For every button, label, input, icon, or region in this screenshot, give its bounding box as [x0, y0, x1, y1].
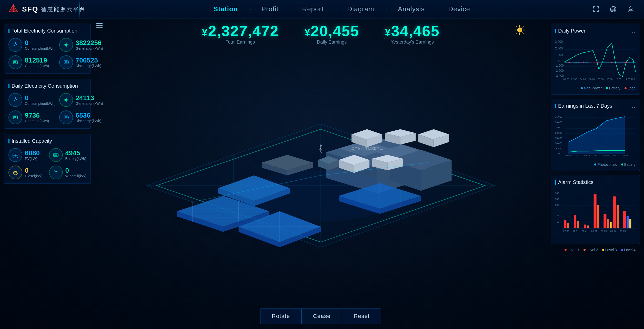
sun-icon[interactable] [513, 24, 526, 37]
svg-text:07-30: 07-30 [563, 230, 569, 232]
bottom-controls: Rotate Cease Reset [260, 309, 381, 324]
svg-text:07-30: 07-30 [566, 154, 572, 157]
reset-button[interactable]: Reset [342, 309, 381, 324]
cease-button[interactable]: Cease [301, 309, 342, 324]
total-charging-value: 812519 [25, 57, 49, 64]
svg-text:-2,000: -2,000 [555, 69, 564, 73]
daily-power-chart: Daily Power ⛶ 3,000 2,000 1,000 0 -1,000… [551, 24, 640, 95]
earnings-7days-expand[interactable]: ⛶ [631, 104, 636, 108]
diesel-stat: 0 Diesel(kW) [8, 166, 45, 179]
yesterday-earnings-value: 34,465 [385, 24, 440, 38]
nav-item-station[interactable]: Station [209, 3, 242, 15]
total-charging-stat: 812519 Charging(kWh) [8, 55, 56, 69]
svg-text:08-04: 08-04 [612, 154, 619, 157]
earnings-7days-title-left: Earnings in Last 7 Days [555, 103, 612, 109]
svg-point-153 [597, 61, 598, 63]
installed-capacity-title: Installed Capacity [8, 138, 86, 144]
svg-rect-24 [68, 61, 69, 63]
svg-rect-32 [68, 117, 69, 118]
daily-power-legend: Grid Power Battery Load [555, 86, 636, 90]
discharge-icon [59, 55, 73, 69]
pv-label: PV(kW) [25, 157, 40, 161]
windmill-stat: 0 Windmill(kW) [49, 166, 86, 179]
3d-scene-area[interactable]: 工厂微电网示范工程-... [95, 47, 547, 329]
nav-item-diagram[interactable]: Diagram [343, 3, 378, 15]
svg-text:150: 150 [555, 198, 559, 200]
svg-text:08-02: 08-02 [591, 230, 597, 232]
diesel-label: Diesel(kW) [25, 174, 42, 178]
total-consumption-label: Consumption(kWh) [25, 46, 56, 50]
svg-point-154 [611, 61, 613, 63]
svg-rect-41 [58, 155, 59, 156]
daily-electricity-grid: 0 Consumption(kWh) [8, 93, 86, 124]
svg-point-42 [13, 172, 17, 175]
svg-rect-10 [598, 10, 599, 12]
globe-button[interactable] [608, 4, 619, 15]
user-button[interactable] [625, 4, 636, 15]
menu-icon[interactable] [95, 21, 104, 31]
svg-text:02:00: 02:00 [571, 78, 577, 81]
svg-point-16 [629, 7, 632, 10]
nav-item-profit[interactable]: Profit [257, 3, 283, 15]
yesterday-earnings-label: Yesterday's Earnings [385, 39, 440, 45]
svg-text:工厂微电网示范工程-...: 工厂微电网示范工程-... [351, 147, 383, 150]
svg-text:0: 0 [558, 226, 559, 229]
top-navigation: SFQ 智慧能源云平台 Station Profit Report Diagra… [0, 0, 644, 18]
legend-level1: Level 1 [565, 248, 579, 252]
rotate-button[interactable]: Rotate [260, 309, 301, 324]
earnings-bar: 2,327,472 Total Earnings 20,455 Daily Ea… [95, 18, 547, 47]
windmill-label: Windmill(kW) [65, 174, 86, 178]
daily-consumption-icon [8, 93, 22, 107]
daily-power-title-left: Daily Power [555, 28, 586, 34]
svg-rect-205 [574, 215, 576, 228]
svg-rect-23 [65, 61, 67, 63]
total-electricity-title: Total Electricity Consumption [8, 28, 86, 34]
svg-text:60: 60 [557, 215, 559, 218]
nav-item-report[interactable]: Report [298, 3, 328, 15]
svg-marker-17 [14, 42, 17, 48]
svg-text:2,000: 2,000 [555, 47, 563, 50]
fullscreen-button[interactable] [590, 4, 601, 15]
svg-point-152 [583, 61, 584, 63]
right-panel: Daily Power ⛶ 3,000 2,000 1,000 0 -1,000… [547, 18, 644, 329]
nav-menu: Station Profit Report Diagram Analysis D… [94, 3, 590, 15]
pv-stat: 6080 PV(kW) [8, 148, 45, 162]
svg-text:08-03: 08-03 [603, 154, 609, 157]
svg-rect-6 [598, 6, 599, 8]
svg-marker-25 [14, 97, 17, 103]
consumption-icon [8, 38, 22, 52]
svg-text:15,000: 15,000 [555, 137, 562, 139]
diesel-icon [8, 166, 22, 179]
svg-rect-207 [584, 224, 586, 228]
daily-consumption-label: Consumption(kWh) [25, 101, 56, 106]
legend-load: Load [625, 86, 636, 90]
daily-consumption-stat: 0 Consumption(kWh) [8, 93, 56, 107]
svg-text:180: 180 [555, 192, 559, 194]
svg-rect-206 [577, 221, 579, 229]
main-content: Total Electricity Consumption 0 Consumpt… [0, 18, 644, 329]
nav-right [590, 4, 644, 15]
svg-rect-218 [629, 219, 631, 228]
svg-rect-210 [597, 205, 599, 228]
svg-text:-1,000: -1,000 [555, 64, 564, 67]
daily-earnings-label: Daily Earnings [304, 39, 359, 45]
svg-text:08-05: 08-05 [622, 154, 628, 157]
installed-capacity-grid: 6080 PV(kW) 4945 Battery(kWh) [8, 148, 86, 179]
nav-item-analysis[interactable]: Analysis [394, 3, 429, 15]
svg-text:30,000: 30,000 [555, 121, 562, 124]
pv-icon [8, 148, 22, 162]
svg-text:04:00: 04:00 [580, 78, 586, 81]
svg-text:25,000: 25,000 [555, 126, 562, 129]
daily-power-expand[interactable]: ⛶ [631, 29, 636, 33]
total-earnings-label: Total Earnings [202, 39, 279, 45]
daily-consumption-value: 0 [25, 94, 56, 102]
svg-text:90: 90 [557, 209, 559, 212]
svg-rect-203 [564, 220, 566, 228]
nav-item-device[interactable]: Device [444, 3, 474, 15]
daily-electricity-title: Daily Electricity Consumption [8, 83, 86, 89]
svg-rect-213 [610, 222, 611, 228]
svg-rect-28 [14, 116, 16, 118]
center-area: 2,327,472 Total Earnings 20,455 Daily Ea… [95, 18, 547, 329]
earnings-7days-title: Earnings in Last 7 Days ⛶ [555, 103, 636, 109]
alarm-statistics-legend: Level 1 Level 2 Level 3 Level 4 [555, 248, 636, 252]
